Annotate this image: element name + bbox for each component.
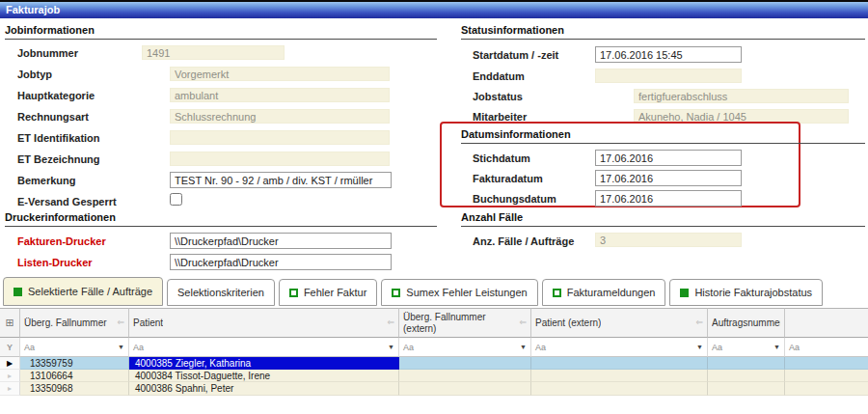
cell-patient-selected[interactable]: 4000385 Ziegler, Katharina	[129, 357, 399, 370]
jobnummer-label: Jobnummer	[17, 47, 78, 59]
e-versand-gesperrt-checkbox[interactable]	[170, 193, 182, 206]
jobnummer-field[interactable]	[142, 45, 285, 60]
grid-select-all-cell[interactable]: ⊞	[0, 308, 20, 338]
column-header-label: Patient	[133, 317, 163, 329]
column-header-label: Überg. Fallnummer	[24, 317, 107, 329]
tab-selektionskriterien[interactable]: Selektionskriterien	[167, 279, 275, 306]
cell-fallnummer-extern[interactable]	[399, 382, 531, 396]
tab-historie-fakturajobstatus[interactable]: Historie Fakturajobstatus	[669, 279, 823, 306]
filter-dropdown-icon[interactable]: ▼	[388, 344, 394, 350]
tab-fakturameldungen[interactable]: Fakturameldungen	[542, 279, 666, 306]
rechnungsart-field[interactable]	[170, 109, 390, 124]
stichdatum-field[interactable]	[595, 150, 742, 166]
column-anchor-icon: ⇐	[117, 317, 124, 327]
filter-cell-patient[interactable]: Aa ▼	[129, 338, 399, 357]
column-anchor-icon: ⇐	[519, 317, 527, 327]
e-versand-gesperrt-label: E-Versand Gesperrt	[17, 196, 117, 207]
outlined-green-square-icon	[553, 289, 561, 297]
column-header-filler	[785, 308, 868, 338]
cell-fallnummer[interactable]: 13106664	[20, 370, 129, 382]
jobtyp-label: Jobtyp	[17, 69, 52, 80]
fakturadatum-label: Fakturadatum	[473, 173, 543, 184]
listen-drucker-field[interactable]	[170, 254, 392, 270]
filter-cell-fallnummer[interactable]: Aa ▼	[20, 338, 129, 357]
fakturen-drucker-label: Fakturen-Drucker	[17, 235, 106, 247]
row-indicator[interactable]: ▸	[0, 382, 20, 396]
cell-auftragsnummer[interactable]	[708, 357, 785, 370]
column-anchor-icon: ⇐	[695, 317, 703, 327]
buchungsdatum-label: Buchungsdatum	[473, 193, 556, 205]
cell-fallnummer-extern[interactable]	[399, 370, 531, 382]
stichdatum-label: Stichdatum	[473, 152, 530, 164]
cell-patient[interactable]: 4000384 Tissot-Daguette, Irene	[129, 370, 399, 382]
cell-fallnummer-extern[interactable]	[399, 357, 531, 370]
cell-fallnummer[interactable]: 13359759	[20, 357, 129, 370]
cell-patient[interactable]: 4000386 Spahni, Peter	[129, 382, 399, 396]
current-row-arrow-icon: ▶	[7, 357, 13, 370]
filter-dropdown-icon[interactable]: ▼	[118, 344, 124, 350]
fakturadatum-field[interactable]	[595, 170, 742, 186]
jobtyp-field[interactable]	[170, 67, 390, 81]
tab-selektierte-faelle[interactable]: Selektierte Fälle / Aufträge	[3, 277, 163, 306]
et-bezeichnung-label: ET Bezeichnung	[17, 153, 100, 165]
grid-options-icon: ⊞	[5, 317, 14, 329]
column-header-fallnummer-extern[interactable]: Überg. Fallnummer (extern) ⇐	[399, 308, 531, 338]
row-indicator[interactable]: ▶	[0, 357, 20, 370]
filter-dropdown-icon[interactable]: ▼	[696, 344, 703, 350]
cell-patient-extern[interactable]	[531, 382, 708, 396]
section-druckerinformationen: Druckerinformationen	[5, 211, 437, 227]
column-header-patient-extern[interactable]: Patient (extern) ⇐	[531, 308, 708, 338]
section-anzahl-faelle: Anzahl Fälle	[461, 211, 865, 227]
bemerkung-field[interactable]	[170, 172, 392, 188]
case-icon: Aa	[712, 343, 722, 352]
tab-bar: Selektierte Fälle / Aufträge Selektionsk…	[3, 277, 823, 306]
outlined-green-square-icon	[289, 289, 298, 297]
jobstatus-field[interactable]	[634, 89, 849, 103]
outlined-green-square-icon	[392, 289, 400, 297]
column-header-fallnummer[interactable]: Überg. Fallnummer ⇐	[20, 308, 129, 338]
anz-faelle-field[interactable]	[595, 233, 742, 247]
filter-cell-patient-extern[interactable]: Aa ▼	[531, 338, 708, 357]
filter-cell-fallnummer-extern[interactable]: Aa ▼	[399, 338, 531, 357]
cell-auftragsnummer[interactable]	[708, 370, 785, 382]
cell-filler[interactable]	[785, 357, 868, 370]
window-title-bar: Fakturajob	[0, 0, 868, 18]
listen-drucker-label: Listen-Drucker	[17, 257, 93, 268]
tab-fehler-faktur[interactable]: Fehler Faktur	[279, 279, 377, 306]
tab-label: Sumex Fehler Leistungen	[406, 287, 527, 298]
cell-filler[interactable]	[785, 370, 868, 382]
case-icon: Aa	[789, 343, 800, 352]
hauptkategorie-label: Hauptkategorie	[17, 90, 95, 101]
column-header-label: Auftragsnummer	[712, 317, 780, 329]
filter-dropdown-icon[interactable]: ▼	[773, 344, 780, 350]
filter-row-indicator-cell: Y	[0, 338, 20, 357]
column-anchor-icon: ⇐	[387, 317, 394, 327]
fakturajob-window: Fakturajob Jobinformationen Jobnummer Jo…	[0, 0, 868, 414]
row-indicator[interactable]: ▸	[0, 370, 20, 382]
cell-fallnummer[interactable]: 13350968	[20, 382, 129, 396]
hauptkategorie-field[interactable]	[170, 88, 390, 102]
cell-filler[interactable]	[785, 382, 868, 396]
enddatum-field[interactable]	[595, 69, 742, 83]
cell-auftragsnummer[interactable]	[708, 382, 785, 396]
startdatum-field[interactable]	[595, 46, 742, 63]
fakturen-drucker-field[interactable]	[170, 233, 392, 249]
rechnungsart-label: Rechnungsart	[17, 111, 89, 123]
case-icon: Aa	[24, 343, 35, 352]
column-header-auftragsnummer[interactable]: Auftragsnummer	[708, 308, 785, 338]
filter-dropdown-icon[interactable]: ▼	[520, 344, 527, 350]
et-identifikation-label: ET Identifikation	[17, 132, 100, 144]
buchungsdatum-field[interactable]	[595, 190, 742, 207]
filter-cell-filler[interactable]: Aa	[785, 338, 868, 357]
cell-patient-extern[interactable]	[531, 370, 708, 382]
filled-green-square-icon	[14, 288, 22, 296]
jobstatus-label: Jobstatus	[473, 91, 523, 102]
et-identifikation-field[interactable]	[170, 130, 390, 145]
tab-sumex-fehler-leistungen[interactable]: Sumex Fehler Leistungen	[381, 279, 537, 306]
et-bezeichnung-field[interactable]	[170, 152, 390, 166]
cell-patient-extern[interactable]	[531, 357, 708, 370]
column-header-patient[interactable]: Patient ⇐	[129, 308, 399, 338]
startdatum-label: Startdatum / -zeit	[473, 49, 558, 61]
case-icon: Aa	[403, 343, 414, 352]
filter-cell-auftragsnummer[interactable]: Aa ▼	[708, 338, 785, 357]
